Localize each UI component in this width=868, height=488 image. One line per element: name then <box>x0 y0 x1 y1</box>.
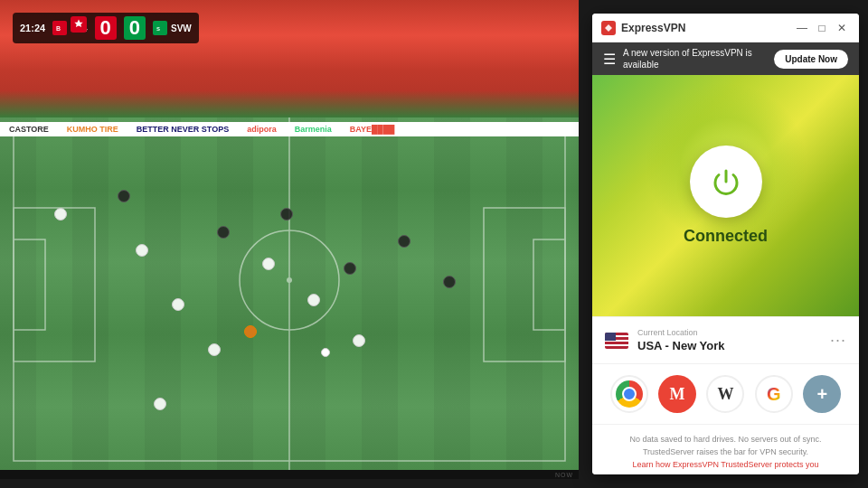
google-shortcut[interactable]: G <box>755 375 793 413</box>
update-banner: ☰ A new version of ExpressVPN is availab… <box>592 42 859 75</box>
svg-rect-5 <box>14 208 95 361</box>
score-team1: 0 <box>95 16 117 40</box>
svg-text:B: B <box>56 25 61 32</box>
bundesliga-logo <box>71 16 87 33</box>
app-logo-area: ExpressVPN <box>601 21 794 35</box>
chrome-icon <box>616 380 643 408</box>
player-3 <box>172 298 184 311</box>
minimize-button[interactable]: — <box>794 20 810 36</box>
now-label: NOW <box>555 472 573 478</box>
title-bar: ExpressVPN — □ ✕ <box>592 14 859 42</box>
connection-status: Connected <box>684 227 768 246</box>
team1-badge: B <box>52 21 67 35</box>
wikipedia-shortcut[interactable]: W <box>706 375 744 413</box>
vpn-main-area: Connected <box>592 75 859 316</box>
trust-link[interactable]: Learn how ExpressVPN TrustedServer prote… <box>605 460 846 469</box>
wikipedia-icon: W <box>717 385 733 404</box>
team2-info: S SVW <box>153 21 192 35</box>
location-more-button[interactable]: ··· <box>830 331 846 350</box>
svg-rect-7 <box>484 208 565 361</box>
power-button[interactable] <box>690 145 762 218</box>
player-11 <box>344 262 356 275</box>
team2-badge: S <box>153 21 167 35</box>
player-10 <box>280 208 293 221</box>
player-9 <box>217 226 230 239</box>
ad-board-top: CASTORE KUMHO TIRE BETTER NEVER STOPS ad… <box>0 122 579 136</box>
svg-text:S: S <box>156 26 160 32</box>
gmail-icon: M <box>670 385 685 404</box>
expressvpn-window: ExpressVPN — □ ✕ ☰ A new version of Expr… <box>592 14 859 474</box>
svg-point-9 <box>287 277 292 283</box>
app-title: ExpressVPN <box>621 22 685 34</box>
shortcuts-bar: M W G + <box>592 363 859 424</box>
player-14 <box>118 190 130 202</box>
score-team2: 0 <box>124 16 146 40</box>
gmail-shortcut[interactable]: M <box>658 375 696 413</box>
svg-rect-6 <box>14 239 45 330</box>
soccer-ball <box>321 348 330 357</box>
update-now-button[interactable]: Update Now <box>774 50 848 69</box>
maximize-button[interactable]: □ <box>814 20 830 36</box>
close-button[interactable]: ✕ <box>834 20 850 36</box>
soccer-background: 21:24 B B04 0 0 S SVW <box>0 0 579 479</box>
power-button-wrapper <box>690 145 762 218</box>
menu-icon[interactable]: ☰ <box>603 51 616 68</box>
score-overlay: 21:24 B B04 0 0 S SVW <box>13 13 199 43</box>
more-shortcuts-button[interactable]: + <box>803 375 841 413</box>
svg-rect-8 <box>533 239 565 330</box>
trust-description: No data saved to hard drives. No servers… <box>605 434 846 458</box>
update-banner-text: A new version of ExpressVPN is available <box>623 47 767 70</box>
player-6 <box>208 343 221 356</box>
player-7 <box>154 398 166 410</box>
trust-bar: No data saved to hard drives. No servers… <box>592 424 859 474</box>
player-2 <box>136 244 148 257</box>
player-13 <box>443 276 456 288</box>
player-8 <box>353 334 365 347</box>
player-5 <box>307 294 320 306</box>
window-controls: — □ ✕ <box>794 20 850 36</box>
location-bar[interactable]: Current Location USA - New York ··· <box>592 316 859 363</box>
player-12 <box>398 235 410 248</box>
soccer-pitch: CASTORE KUMHO TIRE BETTER NEVER STOPS ad… <box>0 117 579 479</box>
google-icon: G <box>767 384 781 405</box>
match-time: 21:24 <box>20 23 45 33</box>
player-4 <box>262 258 275 270</box>
more-shortcuts-icon: + <box>816 384 827 405</box>
location-label: Current Location <box>637 328 821 337</box>
bottom-bar: NOW <box>0 470 579 479</box>
location-info: Current Location USA - New York <box>637 328 821 353</box>
referee <box>244 325 257 338</box>
flag-usa <box>605 333 628 349</box>
player-1 <box>54 208 67 221</box>
chrome-shortcut[interactable] <box>610 375 648 413</box>
expressvpn-app-icon <box>601 21 616 35</box>
team2-name: SVW <box>171 23 192 33</box>
location-name: USA - New York <box>637 339 725 352</box>
